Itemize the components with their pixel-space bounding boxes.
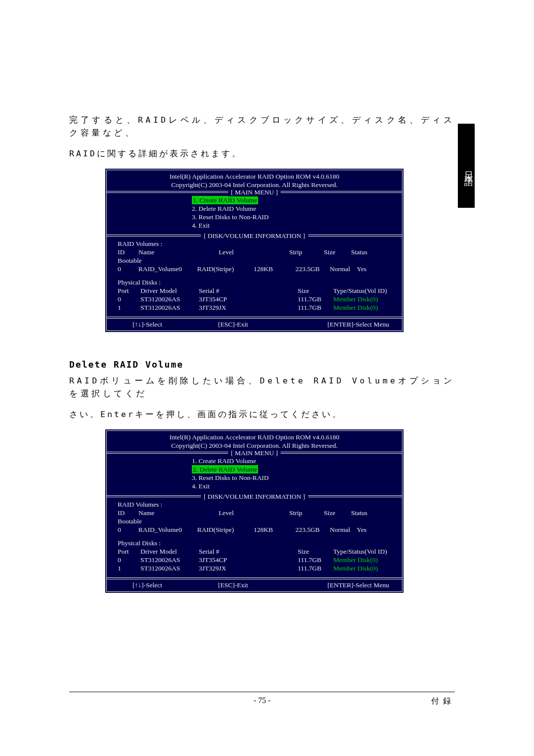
p1-type-2: Member Disk(0) [333, 564, 378, 572]
hint-enter: [ENTER]-Select Menu [296, 320, 391, 329]
p0-port-2: 0 [118, 556, 140, 564]
vol-boot: Yes [357, 265, 392, 273]
bootable-label-2: Bootable [118, 517, 391, 525]
bios-footer-2: [↑↓]-Select [ESC]-Exit [ENTER]-Select Me… [107, 577, 402, 591]
menu-reset-disks-2[interactable]: 3. Reset Disks to Non-RAID [192, 473, 391, 482]
p1-model: ST3120026AS [140, 303, 199, 312]
main-menu-label-2: [ MAIN MENU ] [228, 449, 281, 457]
vol-columns-2: ID Name Level Strip Size Status [118, 509, 391, 517]
main-menu-panel: [ MAIN MENU ] 1. Create RAID Volume 2. D… [107, 191, 402, 235]
menu-delete-raid[interactable]: 2. Delete RAID Volume [192, 204, 391, 213]
col-id-2: ID [118, 509, 138, 517]
intro-line-2: RAIDに関する詳細が表示されます。 [69, 147, 455, 160]
page-content: 完了すると、RAIDレベル、ディスクブロックサイズ、ディスク名、ディスク容量など… [69, 0, 455, 593]
delete-para-1: RAIDボリュームを削除したい場合、Delete RAID Volumeオプショ… [69, 375, 455, 400]
delete-raid-heading: Delete RAID Volume [69, 359, 455, 370]
hint-enter-2: [ENTER]-Select Menu [296, 581, 391, 589]
col-name-2: Name [138, 509, 198, 517]
phys-columns-2: Port Driver Model Serial # Size Type/Sta… [118, 547, 391, 556]
side-language-tab: 日本語 [458, 124, 475, 208]
p1-model-2: ST3120026AS [140, 564, 199, 572]
main-menu-panel-2: [ MAIN MENU ] 1. Create RAID Volume 2. D… [107, 452, 402, 495]
phys-columns: Port Driver Model Serial # Size Type/Sta… [118, 286, 391, 295]
col-size-2: Size [324, 509, 351, 517]
vol-strip: 128KB [254, 265, 295, 273]
vol-columns: ID Name Level Strip Size Status [118, 248, 391, 256]
vol-id: 0 [118, 265, 138, 273]
hint-exit: [ESC]-Exit [218, 320, 296, 329]
col-size: Size [324, 248, 351, 256]
vol-size: 223.5GB [295, 265, 330, 273]
bios-screen-create: Intel(R) Application Accelerator RAID Op… [105, 168, 404, 332]
pcol-port-2: Port [118, 547, 140, 556]
p0-serial-2: 3JT354CP [199, 556, 298, 564]
menu-create-raid-2[interactable]: 1. Create RAID Volume [192, 457, 391, 465]
p1-port: 1 [118, 303, 140, 312]
p0-model-2: ST3120026AS [140, 556, 199, 564]
bios-title: Intel(R) Application Accelerator RAID Op… [111, 172, 398, 181]
menu-exit[interactable]: 4. Exit [192, 221, 391, 230]
vol-status-2: Normal [330, 525, 357, 534]
vol-row-0: 0 RAID_Volume0 RAID(Stripe) 128KB 223.5G… [118, 265, 391, 273]
vol-row-0-2: 0 RAID_Volume0 RAID(Stripe) 128KB 223.5G… [118, 525, 391, 534]
pcol-port: Port [118, 286, 140, 295]
raid-volumes-header: RAID Volumes : [118, 239, 391, 248]
bios-footer: [↑↓]-Select [ESC]-Exit [ENTER]-Select Me… [107, 317, 402, 331]
p1-serial: 3JT329JX [199, 303, 298, 312]
disk-info-panel-2: [ DISK/VOLUME INFORMATION ] RAID Volumes… [107, 495, 402, 577]
menu-exit-2[interactable]: 4. Exit [192, 482, 391, 490]
p1-size: 111.7GB [298, 303, 333, 312]
delete-para-2: さい。Enterキーを押し、画面の指示に従ってください。 [69, 408, 455, 421]
pcol-size-2: Size [298, 547, 333, 556]
col-status: Status [351, 248, 386, 256]
pcol-size: Size [298, 286, 333, 295]
p1-port-2: 1 [118, 564, 140, 572]
hint-select-2: [↑↓]-Select [118, 581, 218, 589]
col-id: ID [118, 248, 138, 256]
disk-info-panel: [ DISK/VOLUME INFORMATION ] RAID Volumes… [107, 235, 402, 317]
vol-name: RAID_Volume0 [138, 265, 197, 273]
p0-port: 0 [118, 295, 140, 303]
phys-row-1-2: 1 ST3120026AS 3JT329JX 111.7GB Member Di… [118, 564, 391, 572]
p0-serial: 3JT354CP [199, 295, 298, 303]
vol-id-2: 0 [118, 525, 138, 534]
bios-screen-delete: Intel(R) Application Accelerator RAID Op… [105, 429, 404, 593]
col-status-2: Status [351, 509, 386, 517]
menu-create-raid[interactable]: 1. Create RAID Volume [192, 196, 258, 204]
p0-size: 111.7GB [298, 295, 333, 303]
phys-disks-header-2: Physical Disks : [118, 539, 391, 547]
intro-line-1: 完了すると、RAIDレベル、ディスクブロックサイズ、ディスク名、ディスク容量など… [69, 114, 455, 140]
p1-serial-2: 3JT329JX [199, 564, 298, 572]
vol-level: RAID(Stripe) [197, 265, 254, 273]
phys-row-0-2: 0 ST3120026AS 3JT354CP 111.7GB Member Di… [118, 556, 391, 564]
p1-size-2: 111.7GB [298, 564, 333, 572]
raid-volumes-header-2: RAID Volumes : [118, 500, 391, 509]
col-strip-2: Strip [289, 509, 324, 517]
phys-row-0: 0 ST3120026AS 3JT354CP 111.7GB Member Di… [118, 295, 391, 303]
hint-exit-2: [ESC]-Exit [218, 581, 296, 589]
vol-name-2: RAID_Volume0 [138, 525, 197, 534]
appendix-label: 付録 [326, 696, 455, 707]
col-strip: Strip [289, 248, 324, 256]
vol-boot-2: Yes [357, 525, 392, 534]
vol-level-2: RAID(Stripe) [197, 525, 254, 534]
phys-row-1: 1 ST3120026AS 3JT329JX 111.7GB Member Di… [118, 303, 391, 312]
pcol-serial-2: Serial # [199, 547, 298, 556]
vol-size-2: 223.5GB [295, 525, 330, 534]
pcol-model: Driver Model [140, 286, 199, 295]
menu-reset-disks[interactable]: 3. Reset Disks to Non-RAID [192, 213, 391, 221]
col-name: Name [138, 248, 198, 256]
pcol-model-2: Driver Model [140, 547, 199, 556]
bios-title-2: Intel(R) Application Accelerator RAID Op… [111, 433, 398, 441]
p0-model: ST3120026AS [140, 295, 199, 303]
col-level: Level [198, 248, 255, 256]
col-level-2: Level [198, 509, 255, 517]
pcol-serial: Serial # [199, 286, 298, 295]
main-menu-label: [ MAIN MENU ] [228, 188, 281, 196]
p0-size-2: 111.7GB [298, 556, 333, 564]
pcol-type-2: Type/Status(Vol ID) [333, 547, 387, 556]
page-footer: - 75 - 付録 [69, 692, 455, 707]
vol-strip-2: 128KB [254, 525, 295, 534]
p0-type: Member Disk(0) [333, 295, 378, 303]
menu-delete-raid-2[interactable]: 2. Delete RAID Volume [192, 465, 258, 473]
